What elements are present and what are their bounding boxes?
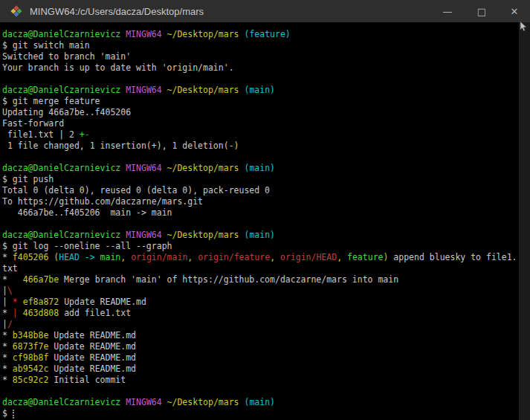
terminal-line: dacza@DanielCzarnievicz MINGW64 ~/Deskto… [2, 397, 519, 408]
terminal-line: dacza@DanielCzarnievicz MINGW64 ~/Deskto… [2, 85, 519, 96]
terminal-line: Fast-forward [2, 118, 519, 129]
terminal-line: |\ [2, 285, 519, 297]
minimize-button[interactable]: — [430, 0, 465, 22]
terminal-line: | * ef8a872 Update README.md [2, 297, 519, 308]
window-titlebar[interactable]: MINGW64:/c/Users/dacza/Desktop/mars — □ … [0, 0, 530, 22]
terminal-line: $ git push [2, 174, 519, 185]
mintty-terminal-window: MINGW64:/c/Users/dacza/Desktop/mars — □ … [0, 0, 530, 420]
terminal-line: 1 file changed, 1 insertion(+), 1 deleti… [2, 140, 519, 152]
terminal-line: * b348b8e Update README.md [2, 330, 519, 341]
terminal-line: * 466a7be Merge branch 'main' of https:/… [2, 274, 519, 285]
terminal-line: Total 0 (delta 0), reused 0 (delta 0), p… [2, 185, 519, 196]
window-controls: — □ ✕ [430, 0, 530, 22]
mouse-cursor-icon [517, 22, 528, 33]
close-button[interactable]: ✕ [499, 0, 530, 22]
terminal-line: file1.txt | 2 +- [2, 129, 519, 140]
terminal-scrollbar[interactable] [519, 22, 530, 420]
terminal-line: * 6873f7e Update README.md [2, 341, 519, 352]
terminal-line: $ git merge feature [2, 96, 519, 107]
window-title: MINGW64:/c/Users/dacza/Desktop/mars [30, 6, 430, 17]
terminal-line [2, 152, 519, 163]
terminal-line [2, 386, 519, 397]
terminal-line: * | 463d808 add file1.txt [2, 308, 519, 319]
terminal-line: * ab9542c Update README.md [2, 364, 519, 375]
git-bash-mingw64-icon [10, 5, 22, 17]
terminal-line: Your branch is up to date with 'origin/m… [2, 62, 519, 74]
terminal-line: $ git switch main [2, 40, 519, 51]
terminal-line: Switched to branch 'main' [2, 51, 519, 62]
terminal-line: $ [2, 408, 519, 419]
terminal-line: Updating 466a7be..f405206 [2, 107, 519, 118]
terminal-line: |/ [2, 319, 519, 330]
terminal-line: txt [2, 263, 519, 274]
terminal-line: * 85c92c2 Initial commit [2, 375, 519, 386]
terminal-line [2, 219, 519, 230]
terminal-line: * f405206 (HEAD -> main, origin/main, or… [2, 252, 519, 263]
terminal-output: dacza@DanielCzarnievicz MINGW64 ~/Deskto… [2, 29, 519, 419]
terminal-line: 466a7be..f405206 main -> main [2, 207, 519, 219]
terminal-line: dacza@DanielCzarnievicz MINGW64 ~/Deskto… [2, 163, 519, 174]
terminal-screen[interactable]: dacza@DanielCzarnievicz MINGW64 ~/Deskto… [0, 22, 519, 420]
terminal-line: To https://github.com/daczarne/mars.git [2, 196, 519, 207]
terminal-line [2, 74, 519, 85]
terminal-line: dacza@DanielCzarnievicz MINGW64 ~/Deskto… [2, 29, 519, 40]
terminal-line: $ git log --oneline --all --graph [2, 241, 519, 252]
terminal-line: * cf98b8f Update README.md [2, 352, 519, 364]
terminal-cursor [13, 410, 16, 419]
maximize-button[interactable]: □ [465, 0, 499, 22]
terminal-line: dacza@DanielCzarnievicz MINGW64 ~/Deskto… [2, 230, 519, 241]
